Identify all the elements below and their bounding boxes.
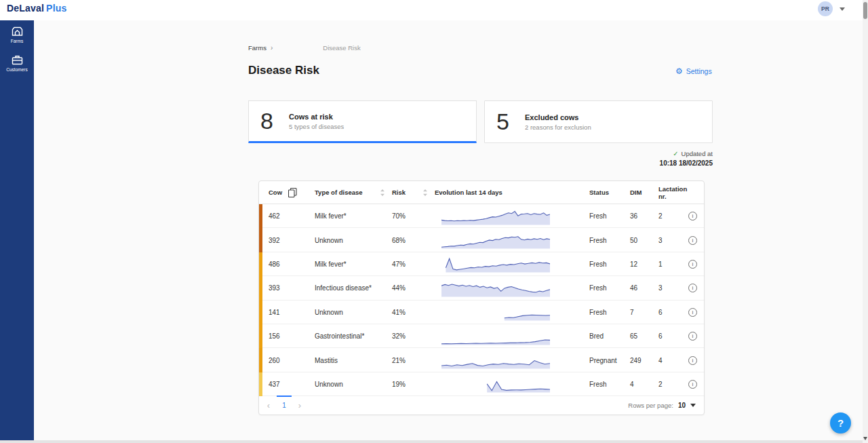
- sort-icon[interactable]: [422, 189, 428, 197]
- cell-status: Fresh: [589, 237, 630, 244]
- cell-disease: Unknown: [315, 381, 392, 388]
- cell-risk: 70%: [392, 212, 435, 220]
- cell-lactation: 6: [658, 309, 688, 316]
- breadcrumb-farms[interactable]: Farms: [248, 44, 267, 52]
- cows-at-risk-count: 8: [260, 108, 278, 134]
- info-icon[interactable]: i: [688, 380, 697, 389]
- cell-lactation: 3: [658, 237, 688, 244]
- column-header-risk[interactable]: Risk: [392, 189, 435, 197]
- cell-cow: 437: [262, 381, 315, 388]
- updated-label: Updated at: [682, 150, 713, 157]
- avatar-dropdown-caret-icon[interactable]: [840, 7, 845, 11]
- card-title: Excluded cows: [525, 113, 591, 121]
- table-row[interactable]: 393 Infectious disease* 44% Fresh 46 3 i: [259, 276, 704, 300]
- cell-lactation: 6: [658, 332, 688, 340]
- column-header-disease[interactable]: Type of disease: [315, 189, 392, 197]
- table-row[interactable]: 156 Gastrointestinal* 32% Bred 65 6 i: [259, 324, 704, 348]
- cell-status: Bred: [589, 332, 630, 340]
- table-row[interactable]: 260 Mastitis 21% Pregnant 249 4 i: [259, 348, 704, 372]
- cell-dim: 249: [630, 357, 658, 364]
- rows-per-page-caret-icon[interactable]: [690, 404, 696, 407]
- table-body: 462 Milk fever* 70% Fresh 36 2 i 392 Unk…: [259, 204, 704, 396]
- copy-icon[interactable]: [288, 188, 297, 197]
- prev-page-button[interactable]: ‹: [263, 400, 274, 410]
- sort-icon[interactable]: [380, 189, 385, 197]
- cell-cow: 260: [262, 357, 315, 364]
- cell-cow: 393: [262, 284, 315, 292]
- next-page-button[interactable]: ›: [294, 400, 305, 410]
- user-avatar[interactable]: PR: [818, 1, 833, 16]
- table-row[interactable]: 486 Milk fever* 47% Fresh 12 1 i: [259, 252, 704, 276]
- settings-button[interactable]: ⚙ Settings: [675, 67, 712, 75]
- table-row[interactable]: 392 Unknown 68% Fresh 50 3 i: [259, 228, 704, 252]
- info-icon[interactable]: i: [688, 356, 697, 365]
- cell-lactation: 3: [658, 284, 688, 292]
- cell-status: Fresh: [589, 212, 630, 220]
- help-button[interactable]: ?: [830, 412, 851, 434]
- info-icon[interactable]: i: [688, 308, 697, 317]
- cell-cow: 156: [262, 332, 315, 340]
- page-number-current[interactable]: 1: [278, 402, 290, 409]
- cell-lactation: 1: [658, 261, 688, 268]
- cell-dim: 4: [630, 381, 658, 388]
- customers-icon: [12, 55, 23, 65]
- card-subtitle: 2 reasons for exclusion: [525, 123, 591, 131]
- cell-lactation: 2: [658, 212, 688, 220]
- evolution-sparkline: [435, 303, 589, 321]
- cell-disease: Gastrointestinal*: [315, 332, 392, 340]
- cell-risk: 19%: [392, 381, 435, 388]
- cell-cow: 392: [262, 237, 315, 244]
- sidebar: Farms Customers: [0, 20, 34, 441]
- brand-primary: DeLaval: [7, 3, 44, 14]
- cell-cow: 141: [262, 309, 315, 316]
- info-icon[interactable]: i: [688, 236, 697, 245]
- table-row[interactable]: 141 Unknown 41% Fresh 7 6 i: [259, 301, 704, 324]
- evolution-sparkline: [435, 280, 589, 297]
- cell-dim: 65: [630, 332, 658, 340]
- cell-disease: Unknown: [315, 309, 392, 316]
- cell-dim: 46: [630, 284, 658, 292]
- column-header-evolution: Evolution last 14 days: [435, 189, 589, 196]
- cell-cow: 462: [262, 212, 315, 220]
- evolution-sparkline: [435, 328, 589, 345]
- cell-cow: 486: [262, 261, 315, 268]
- disease-risk-table: Cow Type of disease Risk Evolution last …: [258, 180, 705, 415]
- rows-per-page-value[interactable]: 10: [678, 402, 686, 409]
- horizontal-scrollbar[interactable]: [0, 440, 868, 443]
- cell-risk: 21%: [392, 357, 435, 364]
- info-icon[interactable]: i: [688, 260, 697, 269]
- card-cows-at-risk[interactable]: 8 Cows at risk 5 types of diseases: [248, 100, 477, 143]
- cell-disease: Milk fever*: [315, 261, 392, 268]
- info-icon[interactable]: i: [688, 284, 697, 292]
- info-icon[interactable]: i: [688, 332, 697, 341]
- breadcrumb-current: Disease Risk: [323, 44, 360, 52]
- check-icon: ✓: [673, 150, 678, 157]
- cell-disease: Infectious disease*: [315, 284, 392, 292]
- cell-dim: 36: [630, 212, 658, 220]
- cell-disease: Unknown: [315, 237, 392, 244]
- cell-risk: 47%: [392, 261, 435, 268]
- info-icon[interactable]: i: [688, 212, 697, 220]
- rows-per-page-label: Rows per page:: [628, 402, 673, 409]
- card-excluded-cows[interactable]: 5 Excluded cows 2 reasons for exclusion: [484, 100, 713, 143]
- table-row[interactable]: 462 Milk fever* 70% Fresh 36 2 i: [259, 204, 704, 228]
- scrollbar-thumb[interactable]: [863, 2, 867, 19]
- evolution-sparkline: [435, 208, 589, 225]
- updated-timestamp: 10:18 18/02/2025: [509, 159, 713, 167]
- cell-risk: 32%: [392, 332, 435, 340]
- vertical-scrollbar[interactable]: [863, 0, 868, 443]
- brand-logo[interactable]: DeLavalPlus: [7, 3, 66, 14]
- breadcrumb-chevron-icon: ›: [271, 44, 273, 52]
- cell-risk: 41%: [392, 309, 435, 316]
- table-row[interactable]: 437 Unknown 19% Fresh 4 2 i: [259, 372, 704, 396]
- column-header-dim: DIM: [630, 189, 658, 196]
- gear-icon: ⚙: [675, 67, 683, 75]
- sidebar-item-customers[interactable]: Customers: [0, 49, 34, 77]
- cell-status: Fresh: [589, 284, 630, 292]
- cell-status: Fresh: [589, 261, 630, 268]
- excluded-cows-count: 5: [496, 109, 514, 135]
- sidebar-item-farms[interactable]: Farms: [0, 20, 34, 49]
- evolution-sparkline: [435, 231, 589, 249]
- cell-lactation: 2: [658, 381, 688, 388]
- scroll-down-arrow-icon[interactable]: [863, 437, 867, 440]
